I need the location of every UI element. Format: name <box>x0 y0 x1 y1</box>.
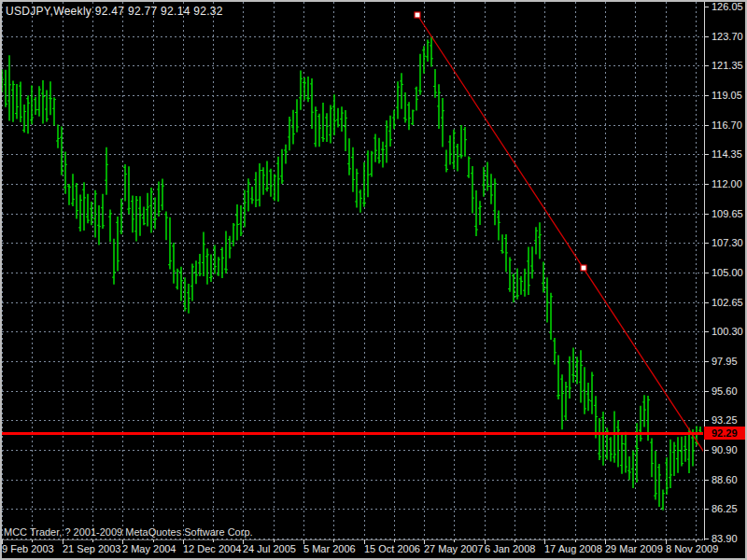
time-axis-label: 15 Oct 2006 <box>364 543 420 554</box>
price-axis-label: 107.30 <box>712 237 743 248</box>
time-axis-label: 6 Jan 2008 <box>485 543 535 554</box>
price-axis-label: 109.65 <box>712 208 743 219</box>
price-axis-label: 114.35 <box>712 148 742 160</box>
price-axis[interactable]: 126.05123.70121.35119.05116.70114.35112.… <box>704 0 747 560</box>
chart-window: 126.05123.70121.35119.05116.70114.35112.… <box>0 0 747 560</box>
time-axis-label: 12 Dec 2004 <box>183 543 241 554</box>
price-axis-label: 102.65 <box>712 297 743 308</box>
price-axis-label: 93.25 <box>712 414 738 426</box>
time-axis-label: 2 May 2004 <box>122 543 176 554</box>
copyright-text: MCC Trader, ? 2001-2009 MetaQuotes Softw… <box>4 526 253 538</box>
current-price-label: 92.29 <box>712 427 738 439</box>
price-axis-label: 116.70 <box>712 119 742 131</box>
time-axis[interactable]: 9 Feb 200321 Sep 20032 May 200412 Dec 20… <box>2 539 718 554</box>
price-axis-label: 86.25 <box>712 503 738 514</box>
price-axis-label: 95.60 <box>712 385 738 397</box>
price-axis-label: 100.30 <box>712 326 743 337</box>
time-axis-label: 27 May 2007 <box>424 543 484 554</box>
time-axis-label: 17 Aug 2008 <box>544 543 602 554</box>
price-axis-label: 88.60 <box>712 474 738 485</box>
time-axis-label: 21 Sep 2003 <box>63 543 120 554</box>
price-hline[interactable] <box>2 432 703 435</box>
price-axis-label: 97.95 <box>712 356 738 367</box>
time-axis-label: 8 Nov 2009 <box>666 543 718 554</box>
price-axis-label: 126.05 <box>712 1 743 12</box>
chart-title: USDJPY,Weekly 92.47 92.77 92.14 92.32 <box>6 5 223 18</box>
price-axis-label: 123.70 <box>712 31 743 42</box>
time-axis-label: 9 Feb 2003 <box>2 543 54 554</box>
trendline-anchor-handle[interactable] <box>415 12 420 18</box>
current-price-box: 92.29 <box>704 427 747 440</box>
price-axis-label: 90.90 <box>712 444 738 455</box>
trendline-anchor-handle[interactable] <box>581 265 586 271</box>
grid <box>2 2 703 539</box>
price-axis-label: 112.00 <box>712 178 742 189</box>
trendline[interactable] <box>415 12 705 454</box>
price-axis-label: 121.35 <box>712 60 743 71</box>
time-axis-label: 5 Mar 2006 <box>303 543 356 554</box>
price-axis-label: 119.05 <box>712 90 742 101</box>
time-axis-label: 24 Jul 2005 <box>243 543 296 554</box>
price-axis-label: 105.00 <box>712 267 743 278</box>
time-axis-label: 29 Mar 2009 <box>605 543 663 554</box>
chart-canvas[interactable]: 126.05123.70121.35119.05116.70114.35112.… <box>0 0 747 560</box>
